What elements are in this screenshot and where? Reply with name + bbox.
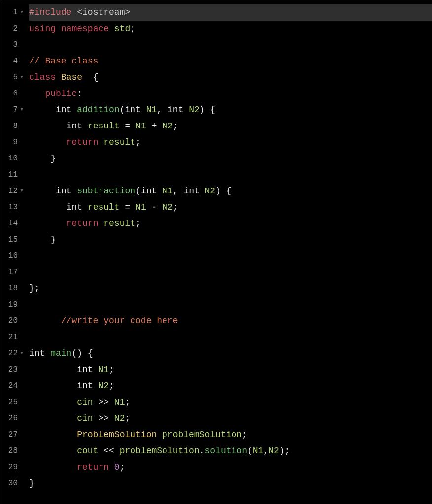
gutter-row: 21 xyxy=(0,329,23,346)
code-line[interactable]: int main() { xyxy=(29,346,432,362)
code-line[interactable]: #include <iostream> xyxy=(29,4,432,21)
gutter-row: 7▼ xyxy=(0,102,23,118)
code-token: int xyxy=(77,381,93,391)
code-line[interactable]: cin >> N1; xyxy=(29,394,432,410)
code-line[interactable] xyxy=(29,297,432,313)
fold-icon[interactable]: ▼ xyxy=(19,102,23,118)
code-token xyxy=(29,235,50,245)
code-line[interactable]: ProblemSolution problemSolution; xyxy=(29,427,432,443)
gutter-row: 29 xyxy=(0,459,23,475)
code-token: result xyxy=(88,121,120,131)
code-token xyxy=(93,381,99,391)
code-line[interactable] xyxy=(29,329,432,346)
code-line[interactable] xyxy=(29,264,432,281)
line-number: 15 xyxy=(8,232,18,248)
code-line[interactable]: using namespace std; xyxy=(29,21,432,37)
line-number: 19 xyxy=(8,297,18,313)
code-token xyxy=(45,348,50,358)
code-token xyxy=(157,202,162,212)
code-token xyxy=(98,446,103,456)
code-token: ) xyxy=(199,105,205,115)
line-number: 28 xyxy=(8,443,18,459)
code-token: problemSolution xyxy=(162,430,242,440)
code-line[interactable]: // Base class xyxy=(29,53,432,69)
code-line[interactable]: int subtraction(int N1, int N2) { xyxy=(29,183,432,199)
code-line[interactable]: }; xyxy=(29,281,432,297)
gutter-row: 8 xyxy=(0,118,23,134)
code-token: , xyxy=(173,186,178,196)
code-token: ; xyxy=(285,446,290,456)
gutter-row: 25 xyxy=(0,394,23,410)
line-number: 11 xyxy=(8,167,18,183)
code-token xyxy=(205,105,210,115)
gutter-row: 19 xyxy=(0,297,23,313)
code-token xyxy=(98,219,103,228)
code-token: N2 xyxy=(162,202,173,212)
code-token xyxy=(82,72,93,82)
code-token: main xyxy=(50,348,71,358)
code-token: Base xyxy=(61,72,82,82)
line-number: 29 xyxy=(8,459,18,475)
code-token xyxy=(29,430,77,440)
code-line[interactable]: int result = N1 + N2; xyxy=(29,118,432,134)
code-line[interactable]: } xyxy=(29,151,432,167)
fold-icon[interactable]: ▼ xyxy=(19,69,23,86)
code-token: N1 xyxy=(162,186,173,196)
code-token: . xyxy=(199,446,205,456)
code-token: class xyxy=(29,72,56,82)
code-token xyxy=(141,105,146,115)
code-token xyxy=(162,105,167,115)
line-number: 26 xyxy=(8,410,18,427)
code-line[interactable]: return 0; xyxy=(29,459,432,475)
code-token: }; xyxy=(29,284,40,293)
code-token: int xyxy=(56,186,71,196)
code-line[interactable]: //write your code here xyxy=(29,313,432,329)
code-line[interactable]: } xyxy=(29,232,432,248)
code-token: } xyxy=(50,235,56,245)
code-line[interactable] xyxy=(29,248,432,264)
code-token: N2 xyxy=(114,413,125,423)
code-token xyxy=(109,24,114,33)
line-number: 6 xyxy=(13,86,18,102)
code-token xyxy=(29,202,66,212)
code-line[interactable]: cin >> N2; xyxy=(29,410,432,427)
code-line[interactable]: class Base { xyxy=(29,69,432,86)
code-token: N1 xyxy=(114,397,125,407)
code-token: ; xyxy=(135,137,141,147)
code-token xyxy=(146,202,152,212)
code-token xyxy=(120,121,125,131)
fold-icon[interactable]: ▼ xyxy=(19,183,23,199)
code-token: ProblemSolution xyxy=(77,430,157,440)
code-token: ) xyxy=(215,186,221,196)
line-number: 16 xyxy=(8,248,18,264)
code-token xyxy=(29,446,77,456)
code-line[interactable]: int result = N1 - N2; xyxy=(29,199,432,216)
fold-icon[interactable]: ▼ xyxy=(19,4,23,21)
code-line[interactable]: int N1; xyxy=(29,362,432,378)
code-line[interactable] xyxy=(29,37,432,53)
code-token xyxy=(157,186,162,196)
code-line[interactable]: int N2; xyxy=(29,378,432,394)
code-editor-content[interactable]: #include <iostream>using namespace std;/… xyxy=(26,0,432,504)
code-line[interactable]: return result; xyxy=(29,134,432,151)
fold-icon[interactable]: ▼ xyxy=(19,346,23,362)
code-token xyxy=(93,413,99,423)
code-token xyxy=(82,202,88,212)
code-line[interactable]: int addition(int N1, int N2) { xyxy=(29,102,432,118)
line-number: 4 xyxy=(13,53,18,69)
code-line[interactable]: cout << problemSolution.solution(N1,N2); xyxy=(29,443,432,459)
code-token: result xyxy=(103,219,135,228)
code-token: public xyxy=(45,89,77,98)
code-line[interactable] xyxy=(29,167,432,183)
code-token: ; xyxy=(109,381,114,391)
gutter-row: 1▼ xyxy=(0,4,23,21)
code-line[interactable]: return result; xyxy=(29,216,432,232)
line-number: 23 xyxy=(8,362,18,378)
code-line[interactable]: public: xyxy=(29,86,432,102)
code-token: N2 xyxy=(268,446,279,456)
code-token: int xyxy=(66,202,82,212)
code-line[interactable]: } xyxy=(29,475,432,492)
line-number: 9 xyxy=(13,134,18,151)
code-token xyxy=(98,137,103,147)
code-token xyxy=(29,186,56,196)
